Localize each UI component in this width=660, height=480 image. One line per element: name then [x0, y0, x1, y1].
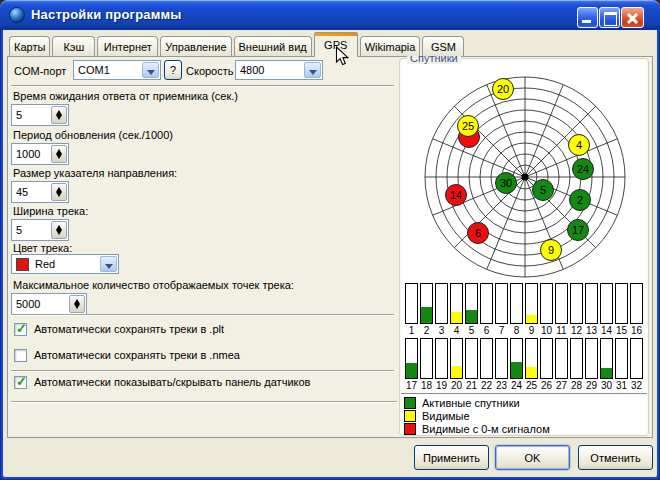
tab-wikimapia[interactable]: Wikimapia — [360, 36, 421, 56]
signal-bar-21: 21 — [464, 338, 479, 392]
tab-label: Управление — [165, 41, 226, 53]
tab-label: Wikimapia — [365, 41, 416, 53]
signal-bar-13: 13 — [584, 283, 599, 337]
tab-gsm[interactable]: GSM — [422, 36, 464, 56]
satellite-20: 20 — [492, 78, 514, 100]
signal-bar-23: 23 — [494, 338, 509, 392]
max-points-label: Максимальное количество отображаемых точ… — [13, 279, 294, 292]
tab-label: Внешний вид — [239, 41, 307, 53]
tab-внешний вид[interactable]: Внешний вид — [234, 36, 312, 56]
checkbox-save-plt[interactable]: ✓ Автоматически сохранять треки в .plt — [14, 322, 224, 336]
signal-bar-number: 10 — [541, 325, 552, 337]
minimize-button[interactable] — [577, 7, 598, 28]
satellite-30: 30 — [495, 172, 517, 194]
legend-swatch-zero — [404, 423, 416, 435]
signal-bar-number: 15 — [616, 325, 627, 337]
timeout-label: Время ожидания ответа от приемника (сек.… — [13, 90, 238, 103]
close-button[interactable] — [621, 7, 644, 28]
tab-карты[interactable]: Карты — [9, 36, 50, 56]
tab-label: Кэш — [63, 41, 84, 53]
window-title: Настройки программы — [31, 7, 182, 22]
satellite-6: 6 — [467, 222, 489, 244]
com-port-help-button[interactable]: ? — [164, 60, 182, 80]
spinner-buttons[interactable] — [51, 183, 67, 201]
signal-bar-3: 3 — [434, 283, 449, 337]
settings-window: Настройки программы КартыКэшИнтернетУпра… — [0, 0, 660, 480]
signal-bar-number: 5 — [469, 325, 475, 337]
tab-page-gps: COM-порт COM1 ? Скорость 4800 Время ожид… — [7, 56, 653, 438]
checkbox-save-nmea[interactable]: Автоматически сохранять треки в .nmea — [14, 348, 240, 362]
chevron-down-icon[interactable] — [142, 62, 159, 78]
spinner-buttons[interactable] — [69, 295, 85, 313]
legend-item: Видимые с 0-м сигналом — [404, 422, 550, 435]
signal-bar-number: 8 — [514, 325, 520, 337]
signal-bar-22: 22 — [479, 338, 494, 392]
tab-label: Карты — [14, 41, 45, 53]
arrow-down-icon[interactable] — [74, 304, 80, 309]
signal-bars-row-2: 17181920212223242526272829303132 — [404, 338, 646, 392]
tab-интернет[interactable]: Интернет — [97, 36, 158, 56]
pointer-size-label: Размер указателя направления: — [13, 167, 177, 180]
signal-bar-20: 20 — [449, 338, 464, 392]
arrow-down-icon[interactable] — [56, 192, 62, 197]
signal-bar-30: 30 — [599, 338, 614, 392]
separator — [401, 393, 647, 394]
update-period-stepper[interactable]: 1000 — [11, 143, 69, 165]
maximize-button[interactable] — [599, 7, 620, 28]
track-color-value: Red — [35, 258, 55, 270]
legend-swatch-active — [404, 397, 416, 409]
signal-bar-number: 19 — [436, 380, 447, 392]
satellite-5: 5 — [532, 179, 554, 201]
track-width-stepper[interactable]: 5 — [11, 219, 69, 241]
speed-select[interactable]: 4800 — [235, 60, 323, 80]
mouse-cursor-icon — [335, 46, 349, 69]
apply-button[interactable]: Применить — [414, 445, 489, 470]
signal-bar-15: 15 — [614, 283, 629, 337]
checkbox-icon[interactable]: ✓ — [14, 323, 27, 336]
signal-bar-number: 27 — [556, 380, 567, 392]
arrow-down-icon[interactable] — [56, 154, 62, 159]
satellite-markers: 25204243052141769 — [403, 67, 647, 279]
signal-bar-number: 1 — [409, 325, 415, 337]
signal-bar-4: 4 — [449, 283, 464, 337]
timeout-stepper[interactable]: 5 — [11, 104, 69, 126]
tab-кэш[interactable]: Кэш — [52, 36, 95, 56]
signal-bar-31: 31 — [614, 338, 629, 392]
signal-bar-8: 8 — [509, 283, 524, 337]
ok-button[interactable]: OK — [495, 445, 570, 470]
tab-управление[interactable]: Управление — [160, 36, 231, 56]
signal-bar-number: 17 — [406, 380, 417, 392]
satellite-25: 25 — [457, 115, 479, 137]
tab-label: Интернет — [104, 41, 152, 53]
track-color-select[interactable]: Red — [11, 254, 119, 274]
signal-bar-12: 12 — [569, 283, 584, 337]
com-port-select[interactable]: COM1 — [73, 60, 161, 80]
signal-bar-number: 20 — [451, 380, 462, 392]
arrow-down-icon[interactable] — [56, 230, 62, 235]
pointer-size-stepper[interactable]: 45 — [11, 181, 69, 203]
signal-bar-number: 24 — [511, 380, 522, 392]
checkbox-icon[interactable] — [14, 349, 27, 362]
chevron-down-icon[interactable] — [100, 256, 117, 272]
spinner-buttons[interactable] — [51, 106, 67, 124]
signal-bar-10: 10 — [539, 283, 554, 337]
app-icon[interactable] — [9, 7, 25, 23]
checkbox-icon[interactable]: ✓ — [14, 376, 27, 389]
cancel-button[interactable]: Отменить — [578, 445, 653, 470]
checkbox-sensors-panel[interactable]: ✓ Автоматически показывать/скрывать пане… — [14, 375, 310, 389]
signal-bar-18: 18 — [419, 338, 434, 392]
signal-bar-number: 4 — [454, 325, 460, 337]
max-points-stepper[interactable]: 5000 — [11, 293, 87, 315]
signal-bar-number: 11 — [556, 325, 566, 337]
signal-bar-24: 24 — [509, 338, 524, 392]
satellite-14: 14 — [445, 184, 467, 206]
legend-label: Видимые с 0-м сигналом — [422, 423, 550, 435]
signal-bar-number: 29 — [586, 380, 597, 392]
arrow-down-icon[interactable] — [56, 115, 62, 120]
signal-bar-17: 17 — [404, 338, 419, 392]
track-width-value: 5 — [16, 224, 22, 236]
chevron-down-icon[interactable] — [304, 62, 321, 78]
legend-label: Видимые — [422, 410, 470, 422]
spinner-buttons[interactable] — [51, 221, 67, 239]
spinner-buttons[interactable] — [51, 145, 67, 163]
